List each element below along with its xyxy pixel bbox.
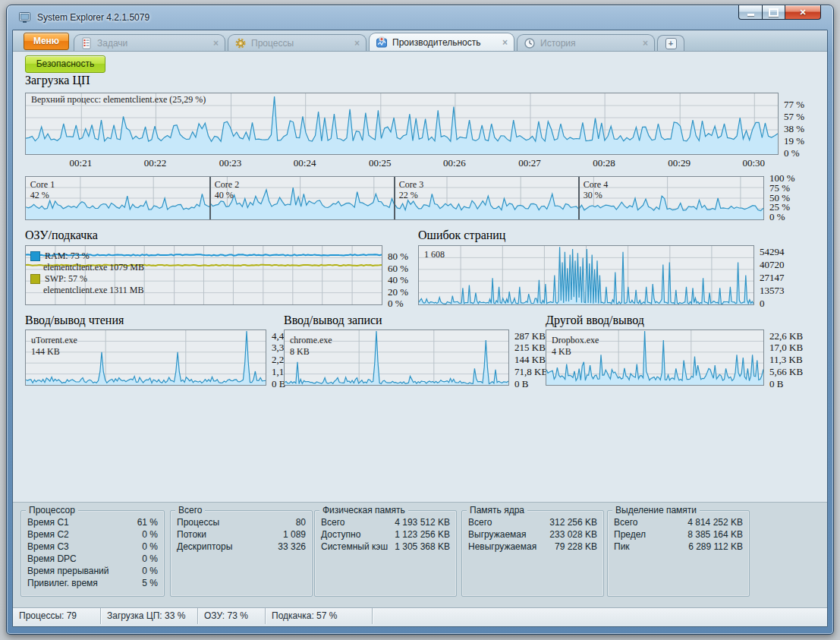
y-tick: 57 % xyxy=(784,111,804,123)
tab-close-icon[interactable]: × xyxy=(213,39,219,48)
cpu-chart: Верхний процесс: elementclient.exe (25,2… xyxy=(25,93,779,155)
x-tick: 00:27 xyxy=(518,157,541,169)
plus-icon: + xyxy=(665,38,677,49)
y-tick: 40 % xyxy=(388,274,408,286)
maximize-icon xyxy=(769,8,779,17)
y-tick: 0 xyxy=(760,298,765,310)
pagefaults-chart: 1 608 xyxy=(418,245,754,305)
stat-row: Время C30 % xyxy=(27,541,158,553)
y-tick: 215 KB xyxy=(514,342,546,354)
ram-legend: RAM: 73 % elementclient.exe 1079 MB SWP:… xyxy=(30,251,144,296)
tab-processes[interactable]: Процессы × xyxy=(228,34,367,51)
stat-row: Всего312 256 KB xyxy=(468,517,597,529)
group-totals: Всего Процессы80 Потоки1 089 Дескрипторы… xyxy=(170,510,313,597)
swap-legend-label: SWP: 57 % xyxy=(45,273,87,285)
stat-row: Время DPC0 % xyxy=(27,553,158,566)
io-read-section-title: Ввод/вывод чтения xyxy=(25,314,124,327)
io-read-process: uTorrent.exe xyxy=(31,335,77,346)
pagefaults-section-title: Ошибок страниц xyxy=(418,229,505,242)
new-tab-button[interactable]: + xyxy=(657,35,684,51)
group-title: Физическая память xyxy=(319,505,408,515)
x-tick: 00:28 xyxy=(593,157,615,169)
core2-label: Core 240 % xyxy=(215,179,239,200)
io-write-process: chrome.exe xyxy=(290,335,332,346)
group-title: Всего xyxy=(175,505,205,515)
title-bar[interactable]: System Explorer 4.2.1.5079 ✕ xyxy=(7,5,833,30)
app-window: System Explorer 4.2.1.5079 ✕ Меню Задачи… xyxy=(6,5,834,635)
clock-icon xyxy=(524,37,536,49)
pagefaults-y-axis: 54294 40720 27147 13573 0 xyxy=(760,245,807,304)
y-tick: 19 % xyxy=(784,135,804,147)
group-title: Память ядра xyxy=(467,505,527,515)
stat-row: Пик6 289 112 KB xyxy=(614,541,743,553)
tab-tasks[interactable]: Задачи × xyxy=(74,34,225,51)
status-swap: Подкачка: 57 % xyxy=(266,608,372,624)
menu-button[interactable]: Меню xyxy=(24,33,69,50)
status-bar: Процессы: 79 Загрузка ЦП: 33 % ОЗУ: 73 %… xyxy=(13,607,827,624)
stat-row: Время C161 % xyxy=(27,517,158,529)
tab-performance[interactable]: Производительность × xyxy=(369,33,514,51)
stat-row: Предел8 385 164 KB xyxy=(614,529,743,541)
group-kernel-memory: Память ядра Всего312 256 KB Выгружаемая2… xyxy=(461,510,604,597)
core3-label: Core 322 % xyxy=(399,179,423,200)
stat-row: Системный кэш1 305 368 KB xyxy=(321,541,450,553)
io-read-chart: uTorrent.exe 144 KB xyxy=(25,329,266,386)
y-tick: 0 % xyxy=(784,147,800,159)
cpu-y-axis: 77 % 57 % 38 % 19 % 0 % xyxy=(784,93,831,153)
y-tick: 22,6 KB xyxy=(769,330,803,342)
tasks-icon xyxy=(80,37,93,49)
io-read-value: 144 KB xyxy=(31,346,60,358)
x-tick: 00:25 xyxy=(369,157,392,169)
y-tick: 0 B xyxy=(514,378,528,390)
y-tick: 13573 xyxy=(760,285,785,297)
tab-history[interactable]: История × xyxy=(517,34,655,51)
tab-close-icon[interactable]: × xyxy=(354,39,360,48)
security-button[interactable]: Безопасность xyxy=(25,55,105,73)
performance-page: Безопасность Загрузка ЦП Верхний процесс… xyxy=(13,51,827,626)
swap-legend-process: elementclient.exe 1311 MB xyxy=(43,285,144,296)
close-button[interactable]: ✕ xyxy=(785,5,821,20)
stats-panel: Процессор Время C161 % Время C20 % Время… xyxy=(13,502,827,607)
cpu-section-title: Загрузка ЦП xyxy=(25,74,90,87)
pagefaults-value: 1 608 xyxy=(424,249,445,260)
group-title: Процессор xyxy=(26,505,78,515)
y-tick: 11,3 KB xyxy=(769,354,803,366)
stat-row: Невыгружаемая79 228 KB xyxy=(468,541,597,553)
status-empty xyxy=(373,608,827,624)
y-tick: 5,66 KB xyxy=(769,366,803,378)
y-tick: 40720 xyxy=(760,259,785,271)
y-tick: 71,8 KB xyxy=(514,366,548,378)
y-tick: 27147 xyxy=(760,272,785,284)
tab-close-icon[interactable]: × xyxy=(502,38,508,47)
tabs: Задачи × Процессы × xyxy=(74,33,684,51)
maximize-button[interactable] xyxy=(762,5,785,20)
ram-swap-chart: RAM: 73 % elementclient.exe 1079 MB SWP:… xyxy=(25,245,382,305)
tab-label: Задачи xyxy=(97,38,207,49)
x-tick: 00:29 xyxy=(668,157,691,169)
tab-label: Процессы xyxy=(251,38,348,49)
io-other-y-axis: 22,6 KB 17,0 KB 11,3 KB 5,66 KB 0 B xyxy=(769,329,816,384)
stat-row: Выгружаемая233 028 KB xyxy=(468,529,597,541)
performance-icon xyxy=(376,36,388,49)
y-tick: 287 KB xyxy=(514,330,546,342)
y-tick: 144 KB xyxy=(514,354,546,366)
stat-row: Процессы80 xyxy=(177,517,306,529)
minimize-icon xyxy=(747,14,754,16)
status-ram: ОЗУ: 73 % xyxy=(198,608,265,624)
stat-row: Время C20 % xyxy=(27,529,158,541)
io-other-value: 4 KB xyxy=(552,346,571,358)
cpu-time-axis: 00:21 00:22 00:23 00:24 00:25 00:26 00:2… xyxy=(25,156,777,168)
y-tick: 80 % xyxy=(388,251,408,263)
stat-row: Потоки1 089 xyxy=(177,529,306,541)
ram-legend-process: elementclient.exe 1079 MB xyxy=(43,262,144,273)
y-tick: 0 % xyxy=(769,211,785,223)
minimize-button[interactable] xyxy=(738,5,762,20)
status-processes: Процессы: 79 xyxy=(13,608,100,624)
y-tick: 0 B xyxy=(769,378,783,390)
tab-label: История xyxy=(540,38,637,49)
y-tick: 60 % xyxy=(388,263,408,275)
tab-close-icon[interactable]: × xyxy=(643,39,648,48)
y-tick: 0 % xyxy=(388,298,404,310)
stat-row: Доступно1 123 256 KB xyxy=(321,529,450,541)
io-write-section-title: Ввод/вывод записи xyxy=(284,314,382,327)
